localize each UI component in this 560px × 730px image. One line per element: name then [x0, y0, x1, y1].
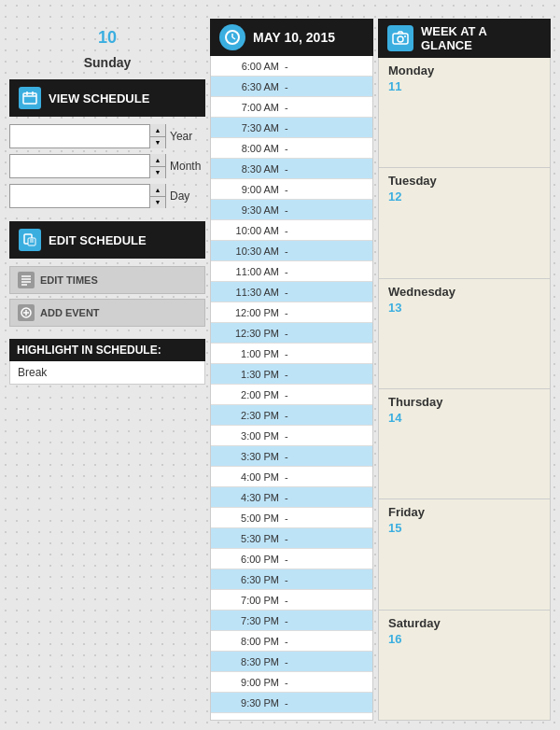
time-slot[interactable]: 3:00 PM - [211, 426, 372, 446]
selected-day-label: Sunday [9, 51, 205, 79]
time-dash: - [285, 225, 288, 236]
add-event-button[interactable]: ADD EVENT [9, 299, 205, 327]
week-day-name: Wednesday [388, 285, 540, 299]
month-down-button[interactable]: ▼ [150, 167, 165, 179]
time-slot[interactable]: 9:00 AM - [211, 179, 372, 200]
time-slot[interactable]: 11:30 AM - [211, 282, 372, 302]
time-label: 7:30 PM [215, 615, 285, 626]
time-dash: - [285, 718, 288, 722]
week-panel: WEEK AT A GLANCE Monday 11 Tuesday 12 We… [378, 19, 551, 721]
time-slot[interactable]: 1:30 PM - [211, 364, 372, 385]
year-spinner[interactable]: 2015 ▲ ▼ [9, 124, 166, 148]
week-day-number: 15 [388, 521, 540, 535]
edit-schedule-button[interactable]: EDIT SCHEDULE [9, 221, 205, 259]
time-slot[interactable]: 2:00 PM - [211, 385, 372, 405]
time-slot[interactable]: 9:00 PM - [211, 672, 372, 693]
month-label: Month [170, 160, 205, 173]
time-slot[interactable]: 8:30 PM - [211, 652, 372, 672]
time-dash: - [285, 554, 288, 565]
time-dash: - [285, 389, 288, 400]
time-dash: - [285, 410, 288, 421]
week-day-item[interactable]: Friday 15 [379, 499, 550, 610]
time-slot[interactable]: 9:30 PM - [211, 693, 372, 713]
time-slot[interactable]: 5:00 PM - [211, 508, 372, 528]
month-up-button[interactable]: ▲ [150, 154, 165, 167]
time-slot[interactable]: 11:00 AM - [211, 261, 372, 282]
view-schedule-button[interactable]: VIEW SCHEDULE [9, 79, 205, 117]
week-day-name: Tuesday [388, 174, 540, 188]
highlight-section: HIGHLIGHT IN SCHEDULE: Break [9, 339, 205, 385]
year-up-button[interactable]: ▲ [150, 124, 165, 137]
week-day-number: 12 [388, 190, 540, 204]
time-slot[interactable]: 2:30 PM - [211, 405, 372, 426]
time-slot[interactable]: 6:00 PM - [211, 549, 372, 569]
year-input[interactable]: 2015 [10, 125, 149, 147]
day-spinner[interactable]: 10 ▲ ▼ [9, 184, 166, 208]
time-label: 2:30 PM [215, 410, 285, 421]
time-slot[interactable]: 12:30 PM - [211, 323, 372, 344]
time-slot[interactable]: 10:00 AM - [211, 220, 372, 241]
time-slot[interactable]: 1:00 PM - [211, 344, 372, 364]
time-label: 10:00 AM [215, 225, 285, 236]
svg-point-20 [404, 35, 406, 37]
time-slot[interactable]: 9:30 AM - [211, 200, 372, 220]
time-label: 3:30 PM [215, 451, 285, 462]
highlight-label: HIGHLIGHT IN SCHEDULE: [9, 339, 205, 361]
day-label: Day [170, 190, 205, 203]
time-slot[interactable]: 7:30 AM - [211, 118, 372, 138]
time-label: 11:00 AM [215, 266, 285, 277]
week-day-item[interactable]: Saturday 16 [379, 611, 550, 720]
day-input[interactable]: 10 [10, 185, 149, 207]
day-field-row: 10 ▲ ▼ Day [9, 184, 205, 208]
day-spinner-buttons[interactable]: ▲ ▼ [149, 184, 165, 208]
time-slot[interactable]: 7:00 PM - [211, 590, 372, 611]
time-slot[interactable]: 6:00 AM - [211, 56, 372, 77]
week-day-number: 16 [388, 632, 540, 646]
edit-schedule-label: EDIT SCHEDULE [49, 233, 147, 247]
view-schedule-label: VIEW SCHEDULE [49, 91, 149, 105]
month-field-row: May ▲ ▼ Month [9, 154, 205, 178]
time-dash: - [285, 246, 288, 257]
time-slot[interactable]: 5:30 PM - [211, 528, 372, 549]
time-slot[interactable]: 10:30 AM - [211, 241, 372, 261]
time-slot[interactable]: 7:30 PM - [211, 611, 372, 631]
year-spinner-buttons[interactable]: ▲ ▼ [149, 124, 165, 148]
time-slot[interactable]: 10:00 PM - [211, 713, 372, 721]
time-slot[interactable]: 4:30 PM - [211, 487, 372, 508]
svg-point-19 [398, 36, 403, 42]
time-slot[interactable]: 8:00 PM - [211, 631, 372, 652]
time-slot[interactable]: 7:00 AM - [211, 97, 372, 118]
time-label: 6:00 AM [215, 61, 285, 72]
time-slots-list: 6:00 AM - 6:30 AM - 7:00 AM - 7:30 AM - … [210, 56, 373, 721]
time-slot[interactable]: 12:00 PM - [211, 302, 372, 323]
time-slot[interactable]: 8:00 AM - [211, 138, 372, 159]
day-up-button[interactable]: ▲ [150, 184, 165, 197]
time-label: 10:30 AM [215, 246, 285, 257]
week-header: WEEK AT A GLANCE [378, 19, 551, 58]
edit-times-button[interactable]: EDIT TIMES [9, 266, 205, 294]
time-label: 6:30 AM [215, 81, 285, 92]
time-slot[interactable]: 4:00 PM - [211, 467, 372, 487]
year-down-button[interactable]: ▼ [150, 137, 165, 149]
time-label: 1:00 PM [215, 348, 285, 359]
highlight-value[interactable]: Break [9, 361, 205, 385]
time-label: 1:30 PM [215, 369, 285, 380]
time-slot[interactable]: 6:30 PM - [211, 569, 372, 590]
time-slot[interactable]: 3:30 PM - [211, 446, 372, 467]
time-label: 11:30 AM [215, 287, 285, 298]
selected-date-number: 10 [9, 19, 205, 51]
month-spinner-buttons[interactable]: ▲ ▼ [149, 154, 165, 178]
day-down-button[interactable]: ▼ [150, 197, 165, 209]
time-label: 8:30 PM [215, 656, 285, 667]
week-day-item[interactable]: Wednesday 13 [379, 279, 550, 389]
week-day-item[interactable]: Tuesday 12 [379, 168, 550, 278]
time-label: 9:30 PM [215, 697, 285, 709]
week-day-item[interactable]: Monday 11 [379, 58, 550, 168]
time-slot[interactable]: 6:30 AM - [211, 77, 372, 97]
week-day-item[interactable]: Thursday 14 [379, 389, 550, 499]
time-label: 9:00 AM [215, 184, 285, 195]
time-slot[interactable]: 8:30 AM - [211, 159, 372, 179]
svg-line-17 [232, 37, 235, 39]
month-input[interactable]: May [10, 155, 149, 177]
month-spinner[interactable]: May ▲ ▼ [9, 154, 166, 178]
